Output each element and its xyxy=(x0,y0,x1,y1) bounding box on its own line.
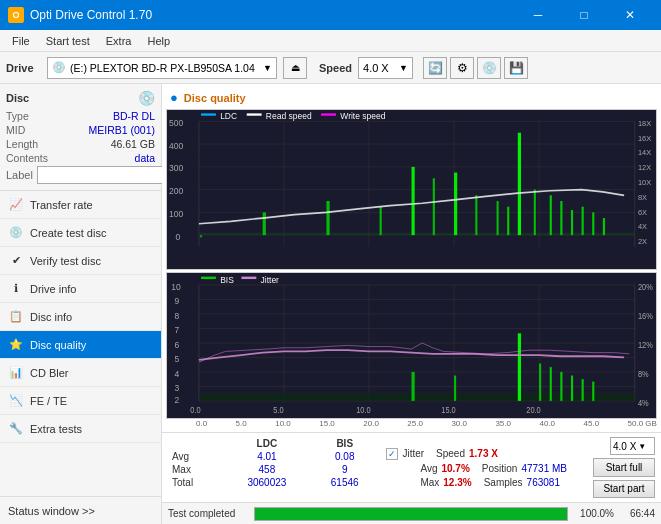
menu-help[interactable]: Help xyxy=(139,33,178,49)
svg-rect-32 xyxy=(380,207,382,235)
stats-total-label: Total xyxy=(168,476,223,489)
jitter-stats: ✓ Jitter Speed 1.73 X Avg 10.7% Position… xyxy=(386,437,567,498)
svg-text:10.0: 10.0 xyxy=(356,406,371,416)
svg-text:12%: 12% xyxy=(638,341,653,351)
stats-avg-ldc: 4.01 xyxy=(223,450,311,463)
svg-rect-33 xyxy=(412,167,415,235)
svg-rect-51 xyxy=(321,113,336,115)
ldc-chart-svg: 500 400 300 200 100 0 18X 16X 14X 12X 10… xyxy=(167,110,656,269)
refresh-icon[interactable]: 🔄 xyxy=(423,57,447,79)
x-label-35: 35.0 xyxy=(495,419,511,428)
disc-contents-value: data xyxy=(135,152,155,164)
svg-rect-39 xyxy=(518,133,521,235)
save-icon[interactable]: 💾 xyxy=(504,57,528,79)
minimize-button[interactable]: ─ xyxy=(515,0,561,30)
svg-text:200: 200 xyxy=(169,186,183,196)
jitter-header-row: ✓ Jitter Speed 1.73 X xyxy=(386,448,567,460)
titlebar-left: O Opti Drive Control 1.70 xyxy=(8,7,152,23)
test-speed-selector[interactable]: 4.0 X ▼ xyxy=(610,437,655,455)
svg-text:500: 500 xyxy=(169,118,183,128)
svg-text:2X: 2X xyxy=(638,237,647,246)
disc-mid-value: MEIRB1 (001) xyxy=(88,124,155,136)
menu-start-test[interactable]: Start test xyxy=(38,33,98,49)
chart-title: Disc quality xyxy=(184,92,246,104)
svg-text:4: 4 xyxy=(174,368,179,379)
svg-text:7: 7 xyxy=(174,325,179,336)
status-window-button[interactable]: Status window >> xyxy=(0,496,161,524)
sidebar-item-disc-quality[interactable]: ⭐ Disc quality xyxy=(0,331,161,359)
x-label-40: 40.0 xyxy=(539,419,555,428)
menu-file[interactable]: File xyxy=(4,33,38,49)
start-part-label: Start part xyxy=(603,483,644,494)
start-full-label: Start full xyxy=(606,462,643,473)
svg-text:8X: 8X xyxy=(638,193,647,202)
drive-selector[interactable]: 💿 (E:) PLEXTOR BD-R PX-LB950SA 1.04 ▼ xyxy=(47,57,277,79)
sidebar-item-drive-info[interactable]: ℹ Drive info xyxy=(0,275,161,303)
speed-stat-value: 1.73 X xyxy=(469,448,498,459)
sidebar-item-label-disc-quality: Disc quality xyxy=(30,339,86,351)
x-axis-labels: 0.0 5.0 10.0 15.0 20.0 25.0 30.0 35.0 40… xyxy=(166,419,657,428)
sidebar-item-create-test-disc[interactable]: 💿 Create test disc xyxy=(0,219,161,247)
sidebar-item-cd-bler[interactable]: 📊 CD Bler xyxy=(0,359,161,387)
speed-control-row: 4.0 X ▼ xyxy=(610,437,655,455)
svg-rect-43 xyxy=(571,210,573,235)
titlebar-controls: ─ □ ✕ xyxy=(515,0,653,30)
disc-type-row: Type BD-R DL xyxy=(6,110,155,122)
maximize-button[interactable]: □ xyxy=(561,0,607,30)
svg-text:Jitter: Jitter xyxy=(261,274,279,285)
stats-total-row: Total 3060023 61546 xyxy=(168,476,378,489)
svg-rect-89 xyxy=(560,372,562,401)
svg-rect-44 xyxy=(582,207,584,235)
test-speed-value: 4.0 X xyxy=(613,441,636,452)
disc-mid-label: MID xyxy=(6,124,25,136)
x-label-15: 15.0 xyxy=(319,419,335,428)
svg-rect-28 xyxy=(200,235,202,237)
stats-max-ldc: 458 xyxy=(223,463,311,476)
svg-text:15.0: 15.0 xyxy=(441,406,456,416)
menu-extra[interactable]: Extra xyxy=(98,33,140,49)
stats-max-bis: 9 xyxy=(311,463,378,476)
svg-rect-98 xyxy=(201,277,216,279)
speed-selector[interactable]: 4.0 X ▼ xyxy=(358,57,413,79)
fe-te-icon: 📉 xyxy=(8,393,24,409)
svg-text:BIS: BIS xyxy=(220,274,234,285)
svg-rect-38 xyxy=(507,207,509,235)
sidebar-item-transfer-rate[interactable]: 📈 Transfer rate xyxy=(0,191,161,219)
start-full-button[interactable]: Start full xyxy=(593,458,655,477)
svg-text:5.0: 5.0 xyxy=(273,406,284,416)
position-value: 47731 MB xyxy=(521,463,567,474)
jitter-checkbox[interactable]: ✓ xyxy=(386,448,398,460)
menubar: File Start test Extra Help xyxy=(0,30,661,52)
svg-text:0.0: 0.0 xyxy=(190,406,201,416)
disc-length-value: 46.61 GB xyxy=(111,138,155,150)
svg-text:14X: 14X xyxy=(638,148,651,157)
svg-text:2: 2 xyxy=(174,395,179,406)
start-part-button[interactable]: Start part xyxy=(593,480,655,499)
sidebar-item-fe-te[interactable]: 📉 FE / TE xyxy=(0,387,161,415)
jitter-avg-label: Avg xyxy=(420,463,437,474)
speed-stat-label: Speed xyxy=(436,448,465,459)
stats-data-table: LDC BIS Avg 4.01 0.08 Max 458 xyxy=(168,437,378,489)
disc-label-input[interactable] xyxy=(37,166,170,184)
disc-icon-small: 💿 xyxy=(138,90,155,106)
x-label-0: 0.0 xyxy=(196,419,207,428)
stats-avg-label: Avg xyxy=(168,450,223,463)
chart-container: ● Disc quality xyxy=(162,84,661,432)
settings-icon[interactable]: ⚙ xyxy=(450,57,474,79)
svg-rect-84 xyxy=(412,372,415,401)
svg-rect-100 xyxy=(241,277,256,279)
stats-bar: LDC BIS Avg 4.01 0.08 Max 458 xyxy=(162,432,661,502)
jitter-label: Jitter xyxy=(402,448,424,459)
stats-header-empty xyxy=(168,437,223,450)
sidebar-item-verify-test-disc[interactable]: ✔ Verify test disc xyxy=(0,247,161,275)
svg-text:LDC: LDC xyxy=(220,111,238,121)
disc-icon[interactable]: 💿 xyxy=(477,57,501,79)
svg-text:4X: 4X xyxy=(638,222,647,231)
sidebar-item-disc-info[interactable]: 📋 Disc info xyxy=(0,303,161,331)
eject-button[interactable]: ⏏ xyxy=(283,57,307,79)
close-button[interactable]: ✕ xyxy=(607,0,653,30)
jitter-avg-value: 10.7% xyxy=(441,463,469,474)
sidebar-item-extra-tests[interactable]: 🔧 Extra tests xyxy=(0,415,161,443)
start-buttons: 4.0 X ▼ Start full Start part xyxy=(575,437,655,498)
svg-text:6: 6 xyxy=(174,340,179,351)
